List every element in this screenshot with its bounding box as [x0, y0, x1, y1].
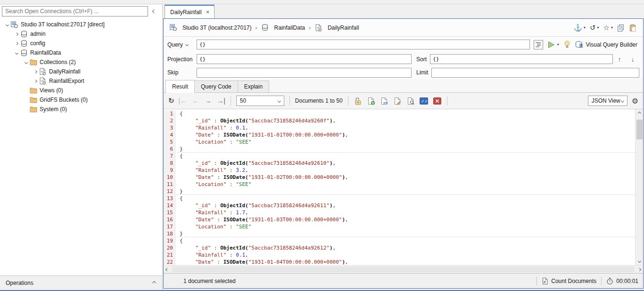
tree-expander-icon[interactable] — [13, 33, 20, 35]
view-document-json-icon[interactable]: <> — [380, 97, 389, 105]
tree-item-collections-2[interactable]: Collections (2) — [0, 57, 162, 67]
tree-item-rainfallexport[interactable]: RainfallExport — [0, 76, 162, 86]
code-line: 17 "Location" : "SEE" — [164, 223, 635, 230]
main-area: DailyRainfall × Studio 3T (localhost:270… — [163, 5, 644, 290]
sort-ascending-icon[interactable]: ↑ — [618, 56, 621, 63]
tab-explain[interactable]: Explain — [238, 81, 269, 92]
code-line: 12} — [164, 188, 635, 195]
limit-input[interactable] — [431, 68, 639, 78]
code-line: 22 "Date" : ISODate("1931-01-04T00:00:00… — [164, 259, 635, 265]
sidebar-collapse-button[interactable] — [148, 6, 160, 16]
breadcrumb-connection-label: Studio 3T (localhost:27017) — [182, 24, 252, 31]
query-history-button[interactable]: ↺▾ — [589, 23, 600, 33]
breadcrumb-connection[interactable]: Studio 3T (localhost:27017) — [169, 24, 252, 32]
horizontal-scrollbar[interactable] — [164, 265, 643, 273]
count-documents-button[interactable]: # Count Documents — [542, 277, 596, 285]
view-mode-select[interactable]: JSON View — [588, 96, 627, 106]
chevron-left-icon — [152, 9, 156, 13]
tree-item-label: RainfallData — [30, 49, 61, 56]
tree-item-studio-3t-localhost-27017-direct[interactable]: Studio 3T localhost:27017 [direct] — [0, 20, 162, 29]
vertical-scrollbar[interactable] — [635, 109, 643, 265]
tree-expander-icon[interactable] — [32, 71, 39, 73]
tree-item-system-0[interactable]: System (0) — [0, 105, 162, 114]
tree-item-label: admin — [30, 31, 46, 37]
visual-query-builder-icon — [575, 41, 583, 48]
view-document-icon[interactable] — [406, 97, 415, 105]
scroll-up-icon[interactable] — [636, 109, 643, 117]
query-assist-bulb-icon[interactable] — [564, 40, 570, 48]
tree-item-rainfalldata[interactable]: RainfallData — [0, 48, 162, 57]
copy-icon[interactable] — [616, 23, 626, 32]
refresh-icon[interactable]: ↻ — [168, 97, 174, 105]
tab-query-code[interactable]: Query Code — [194, 81, 238, 92]
code-line: 9 "Rainfall" : 3.2, — [164, 167, 635, 174]
code-line: 18} — [164, 230, 635, 237]
close-tab-icon[interactable]: × — [206, 9, 210, 15]
horizontal-scroll-thumb[interactable] — [172, 267, 635, 272]
tree-item-gridfs-buckets-0[interactable]: GridFS Buckets (0) — [0, 95, 162, 105]
server-icon — [10, 21, 18, 28]
tab-title: DailyRainfall — [170, 9, 202, 16]
svg-text:<>: <> — [383, 101, 388, 105]
add-document-icon[interactable] — [367, 97, 376, 105]
projection-sort-row: Projection Sort ↑ ↓ — [164, 52, 643, 66]
tab-dailyrainfall[interactable]: DailyRainfall × — [165, 5, 215, 18]
code-line: 8 "_id" : ObjectId("5accbac731858246d4a9… — [164, 160, 635, 167]
sort-input[interactable] — [430, 54, 613, 64]
operations-panel-header[interactable]: Operations — [0, 275, 162, 290]
tree-item-dailyrainfall[interactable]: DailyRainfall — [0, 67, 162, 76]
query-input[interactable] — [197, 40, 530, 49]
sort-descending-icon[interactable]: ↓ — [631, 56, 635, 63]
delete-document-icon[interactable] — [433, 97, 442, 105]
breadcrumb-collection-label: DailyRainfall — [328, 24, 359, 31]
tab-strip: DailyRainfall × — [163, 5, 644, 18]
favorites-button[interactable]: ☆▾ — [603, 23, 614, 33]
tree-expander-icon[interactable] — [4, 24, 10, 26]
vertical-scroll-thumb[interactable] — [636, 120, 643, 139]
page-size-select[interactable]: 50 — [236, 96, 284, 106]
window-top-strip — [0, 0, 644, 4]
skip-input[interactable] — [197, 68, 412, 78]
skip-label: Skip — [167, 69, 178, 76]
tree-item-config[interactable]: config — [0, 39, 162, 48]
run-query-icon[interactable] — [548, 41, 555, 48]
next-page-icon[interactable]: → — [205, 97, 211, 105]
unlock-editing-icon[interactable] — [354, 97, 363, 105]
paste-icon[interactable] — [628, 23, 637, 32]
tree-item-label: GridFS Buckets (0) — [40, 97, 88, 103]
code-line: 2 "_id" : ObjectId("5accbac731858246d4a9… — [164, 117, 635, 124]
projection-input[interactable] — [197, 54, 412, 64]
query-label: Query — [167, 41, 183, 48]
format-query-icon[interactable] — [534, 40, 543, 49]
breadcrumb-database[interactable]: RainfallData — [261, 24, 305, 32]
query-label-group[interactable]: Query — [167, 41, 197, 48]
settings-gear-icon[interactable]: ⚙ — [632, 97, 638, 105]
first-page-icon[interactable]: |← — [179, 97, 187, 105]
previous-page-icon[interactable]: ← — [192, 97, 199, 105]
scroll-right-icon[interactable] — [638, 267, 641, 271]
multi-edit-toggle-icon[interactable]: ✓✓ — [420, 97, 429, 105]
breadcrumb-separator: › — [309, 24, 311, 31]
tab-result[interactable]: Result — [165, 80, 195, 93]
svg-text:✓✓: ✓✓ — [421, 99, 428, 104]
result-toolbar: ↻ |← ← → →| 50 Documents 1 to 50 — [164, 93, 643, 109]
scroll-left-icon[interactable] — [165, 267, 169, 271]
last-page-icon[interactable]: →| — [217, 97, 225, 105]
tree-expander-icon[interactable] — [13, 52, 20, 54]
dropdown-caret-icon: ▾ — [611, 25, 613, 30]
code-line: 7{ — [164, 153, 635, 160]
code-line: 14 "_id" : ObjectId("5accbac731858246d4a… — [164, 202, 635, 209]
search-input[interactable] — [2, 6, 148, 16]
tree-expander-icon[interactable] — [23, 61, 29, 64]
tree-expander-icon[interactable] — [13, 42, 20, 45]
scroll-down-icon[interactable] — [636, 257, 643, 265]
edit-document-icon[interactable] — [393, 97, 402, 105]
run-options-caret-icon[interactable]: ▾ — [557, 42, 559, 47]
pin-query-button[interactable]: ⚓▾ — [572, 23, 586, 33]
database-icon — [261, 24, 269, 32]
tree-item-views-0[interactable]: Views (0) — [0, 86, 162, 95]
tree-item-admin[interactable]: admin — [0, 29, 162, 39]
breadcrumb-collection[interactable]: DailyRainfall — [314, 24, 359, 32]
visual-query-builder-button[interactable]: Visual Query Builder — [575, 41, 639, 48]
tree-expander-icon[interactable] — [32, 80, 39, 82]
